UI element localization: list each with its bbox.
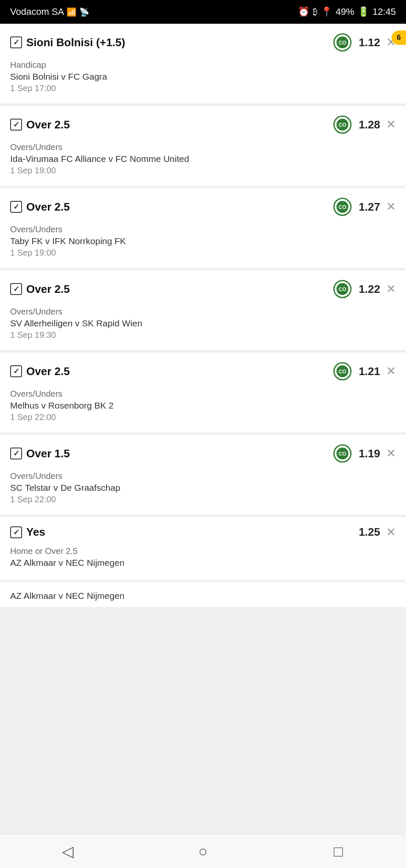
bet-odds-2: 1.28 xyxy=(359,118,380,131)
bet-label-3: Over 2.5 xyxy=(26,200,70,214)
co-icon-2: CO xyxy=(332,114,353,135)
partial-match-label: AZ Alkmaar v NEC Nijmegen xyxy=(0,582,406,607)
status-left: Vodacom SA 📶 📡 xyxy=(10,6,89,17)
bet-checkbox-3[interactable] xyxy=(10,201,22,213)
bet-odds-1: 1.12 xyxy=(359,36,380,49)
bet-remove-btn-3[interactable]: ✕ xyxy=(386,201,396,213)
svg-text:CO: CO xyxy=(339,451,346,457)
bet-match-7: AZ Alkmaar v NEC Nijmegen xyxy=(10,558,396,568)
status-bar: Vodacom SA 📶 📡 ⏰ ₿ 📍 49% 🔋 12:45 xyxy=(0,0,406,24)
partial-match-text: AZ Alkmaar v NEC Nijmegen xyxy=(10,591,396,601)
bet-type-3: Overs/Unders xyxy=(10,225,396,234)
alarm-icon: ⏰ xyxy=(298,6,309,17)
bet-odds-6: 1.19 xyxy=(359,447,380,460)
bet-checkbox-4[interactable] xyxy=(10,283,22,295)
bet-card-4: Over 2.5 CO 1.22 ✕ Overs/Unders SV Aller… xyxy=(0,270,406,350)
carrier-label: Vodacom SA xyxy=(10,6,64,17)
bet-match-1: Sioni Bolnisi v FC Gagra xyxy=(10,72,396,82)
bet-title-row-2: Over 2.5 xyxy=(10,118,70,131)
bet-remove-btn-7[interactable]: ✕ xyxy=(386,526,396,538)
bet-card-2: Over 2.5 CO 1.28 ✕ Overs/Unders Ida-Viru… xyxy=(0,106,406,186)
wifi-icon: 📡 xyxy=(79,7,89,17)
bet-label-2: Over 2.5 xyxy=(26,118,70,131)
bet-time-3: 1 Sep 19:00 xyxy=(10,248,396,258)
bet-remove-btn-4[interactable]: ✕ xyxy=(386,283,396,295)
bet-header-4: Over 2.5 CO 1.22 ✕ xyxy=(10,279,396,299)
bet-title-row-3: Over 2.5 xyxy=(10,200,70,214)
bet-odds-7: 1.25 xyxy=(359,526,380,539)
bet-title-row-1: Sioni Bolnisi (+1.5) xyxy=(10,36,125,49)
battery-icon: 🔋 xyxy=(358,6,369,17)
svg-text:CO: CO xyxy=(339,122,346,128)
bet-header-5: Over 2.5 CO 1.21 ✕ xyxy=(10,361,396,381)
bets-list: Sioni Bolnisi (+1.5) CO 1.12 ✕ Handicap … xyxy=(0,24,406,648)
bet-card-7: Yes 1.25 ✕ Home or Over 2.5 AZ Alkmaar v… xyxy=(0,517,406,580)
bet-right-1: CO 1.12 ✕ xyxy=(332,32,396,53)
bet-right-5: CO 1.21 ✕ xyxy=(332,361,396,381)
bet-checkbox-1[interactable] xyxy=(10,36,22,48)
back-icon: ◁ xyxy=(62,843,74,860)
co-icon-1: CO xyxy=(332,32,353,53)
bet-card-6: Over 1.5 CO 1.19 ✕ Overs/Unders SC Telst… xyxy=(0,435,406,515)
bet-title-row-5: Over 2.5 xyxy=(10,365,70,378)
home-button[interactable]: ○ xyxy=(190,839,216,864)
bet-right-6: CO 1.19 ✕ xyxy=(332,443,396,464)
bet-checkbox-2[interactable] xyxy=(10,119,22,131)
bet-right-3: CO 1.27 ✕ xyxy=(332,197,396,217)
bet-match-3: Taby FK v IFK Norrkoping FK xyxy=(10,236,396,246)
bet-type-5: Overs/Unders xyxy=(10,389,396,399)
bet-title-row-4: Over 2.5 xyxy=(10,283,70,296)
bet-time-4: 1 Sep 19:30 xyxy=(10,330,396,340)
recents-button[interactable]: □ xyxy=(325,839,351,864)
bet-type-2: Overs/Unders xyxy=(10,142,396,152)
bet-header-1: Sioni Bolnisi (+1.5) CO 1.12 ✕ xyxy=(10,32,396,53)
co-icon-4: CO xyxy=(332,279,353,299)
bluetooth-icon: ₿ xyxy=(313,6,317,17)
bet-label-5: Over 2.5 xyxy=(26,365,70,378)
svg-text:CO: CO xyxy=(339,40,346,46)
bet-card-5: Over 2.5 CO 1.21 ✕ Overs/Unders Melhus v… xyxy=(0,353,406,432)
bet-header-3: Over 2.5 CO 1.27 ✕ xyxy=(10,197,396,217)
nav-bar: ◁ ○ □ xyxy=(0,834,406,868)
svg-text:CO: CO xyxy=(339,204,346,210)
bet-header-2: Over 2.5 CO 1.28 ✕ xyxy=(10,114,396,135)
home-icon: ○ xyxy=(198,843,208,860)
bet-type-4: Overs/Unders xyxy=(10,307,396,317)
status-right: ⏰ ₿ 📍 49% 🔋 12:45 xyxy=(298,6,396,17)
signal-icon: 📶 xyxy=(67,7,77,17)
bet-header-7: Yes 1.25 ✕ xyxy=(10,526,396,539)
bet-odds-5: 1.21 xyxy=(359,365,380,378)
bet-remove-btn-2[interactable]: ✕ xyxy=(386,119,396,131)
svg-text:CO: CO xyxy=(339,287,346,292)
bet-type-7: Home or Over 2.5 xyxy=(10,546,396,556)
bet-right-4: CO 1.22 ✕ xyxy=(332,279,396,299)
bet-right-7: 1.25 ✕ xyxy=(359,526,396,539)
bet-label-1: Sioni Bolnisi (+1.5) xyxy=(26,36,125,49)
bet-type-6: Overs/Unders xyxy=(10,471,396,481)
bet-match-6: SC Telstar v De Graafschap xyxy=(10,483,396,493)
bet-remove-btn-5[interactable]: ✕ xyxy=(386,365,396,377)
bet-label-6: Over 1.5 xyxy=(26,447,70,460)
bet-time-2: 1 Sep 19:00 xyxy=(10,166,396,175)
back-button[interactable]: ◁ xyxy=(55,839,81,864)
bet-checkbox-6[interactable] xyxy=(10,448,22,459)
svg-text:CO: CO xyxy=(339,369,346,375)
bet-card-3: Over 2.5 CO 1.27 ✕ Overs/Unders Taby FK … xyxy=(0,188,406,268)
recents-icon: □ xyxy=(334,843,343,860)
bet-checkbox-7[interactable] xyxy=(10,526,22,538)
bet-match-2: Ida-Virumaa FC Alliance v FC Nomme Unite… xyxy=(10,154,396,164)
bet-label-4: Over 2.5 xyxy=(26,283,70,296)
bet-title-row-6: Over 1.5 xyxy=(10,447,70,460)
bet-odds-4: 1.22 xyxy=(359,283,380,296)
notification-badge[interactable]: 6 xyxy=(392,31,406,45)
bet-time-1: 1 Sep 17:00 xyxy=(10,83,396,93)
bet-checkbox-5[interactable] xyxy=(10,365,22,377)
co-icon-5: CO xyxy=(332,361,353,381)
bet-card-1: Sioni Bolnisi (+1.5) CO 1.12 ✕ Handicap … xyxy=(0,24,406,103)
bet-remove-btn-6[interactable]: ✕ xyxy=(386,448,396,459)
co-icon-6: CO xyxy=(332,443,353,464)
co-icon-3: CO xyxy=(332,197,353,217)
bet-time-5: 1 Sep 22:00 xyxy=(10,412,396,422)
time-label: 12:45 xyxy=(373,6,396,17)
bet-odds-3: 1.27 xyxy=(359,200,380,214)
